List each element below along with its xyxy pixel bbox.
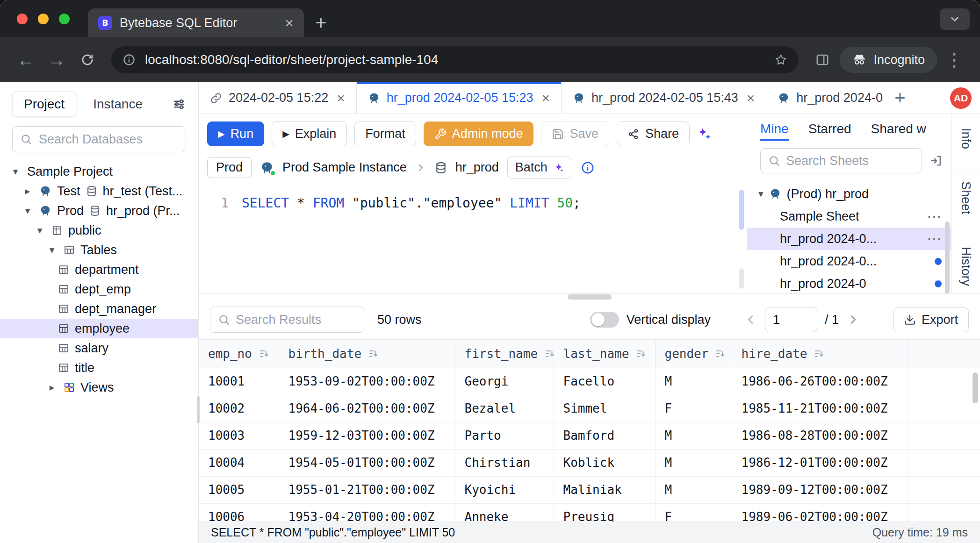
tree-item-views-group[interactable]: ▸ Views xyxy=(0,378,198,397)
admin-mode-button[interactable]: Admin mode xyxy=(424,121,534,146)
column-header[interactable]: emp_no xyxy=(199,340,279,368)
editor-tab-active[interactable]: hr_prod 2024-02-05 15:23 × xyxy=(357,82,562,114)
sql-editor[interactable]: 1 SELECT * FROM "public"."employee" LIMI… xyxy=(199,186,747,293)
column-header[interactable]: hire_date xyxy=(732,340,908,368)
table-cell[interactable]: Chirstian xyxy=(455,449,554,476)
instance-name[interactable]: Prod Sample Instance xyxy=(282,160,407,175)
tree-item-table[interactable]: dept_emp xyxy=(0,279,198,299)
tree-item-table[interactable]: title xyxy=(0,358,198,378)
sort-icon[interactable] xyxy=(544,348,555,359)
sort-icon[interactable] xyxy=(635,348,647,359)
column-header[interactable]: last_name xyxy=(554,340,655,368)
table-cell[interactable]: 1955-01-21T00:00:00Z xyxy=(279,476,455,503)
editor-tab[interactable]: hr_prod 2024-0 xyxy=(766,82,886,114)
sheet-item-selected[interactable]: hr_prod 2024-0... ⋯ xyxy=(747,228,951,250)
table-row[interactable]: 100011953-09-02T00:00:00ZGeorgiFacelloM1… xyxy=(199,368,980,395)
table-cell[interactable]: 1954-05-01T00:00:00Z xyxy=(279,449,455,476)
table-cell[interactable]: Georgi xyxy=(455,368,554,395)
tree-item-prod-instance[interactable]: ▾ Prod hr_prod (Pr... xyxy=(0,201,198,221)
table-cell[interactable]: 1959-12-03T00:00:00Z xyxy=(279,422,455,449)
tree-item-table[interactable]: salary xyxy=(0,338,198,358)
table-cell[interactable]: 1989-09-12T00:00:00Z xyxy=(732,476,908,503)
sheet-item[interactable]: hr_prod 2024-0 xyxy=(747,272,951,293)
sheet-group[interactable]: ▾ (Prod) hr_prod xyxy=(747,183,951,205)
table-cell[interactable]: 10005 xyxy=(199,476,279,503)
export-button[interactable]: Export xyxy=(893,307,969,332)
table-cell[interactable]: F xyxy=(655,395,732,422)
table-cell[interactable]: 10002 xyxy=(199,395,279,422)
forward-button[interactable]: → xyxy=(43,46,70,73)
new-tab-button[interactable]: + xyxy=(315,13,327,33)
environment-badge[interactable]: Prod xyxy=(207,157,252,178)
chevron-right-icon[interactable] xyxy=(846,313,860,327)
results-search[interactable] xyxy=(210,307,365,333)
more-actions-icon[interactable]: ⋯ xyxy=(927,231,942,246)
tree-item-tables-group[interactable]: ▾ Tables xyxy=(0,240,198,260)
avatar[interactable]: AD xyxy=(950,87,972,109)
table-cell[interactable]: Anneke xyxy=(455,503,554,522)
table-cell[interactable]: Preusig xyxy=(554,503,655,522)
site-info-icon[interactable] xyxy=(122,53,136,66)
tree-item-table[interactable]: dept_manager xyxy=(0,299,198,319)
column-header[interactable]: first_name xyxy=(455,340,554,368)
table-cell[interactable]: 1964-06-02T00:00:00Z xyxy=(279,395,455,422)
search-databases-input[interactable] xyxy=(39,132,178,147)
sort-icon[interactable] xyxy=(715,348,726,359)
table-cell[interactable]: 10004 xyxy=(199,449,279,476)
tab-mine[interactable]: Mine xyxy=(760,121,789,141)
table-cell[interactable]: Simmel xyxy=(554,395,655,422)
tab-search-button[interactable] xyxy=(940,8,970,30)
table-cell[interactable]: 10001 xyxy=(199,368,279,395)
table-cell[interactable]: F xyxy=(655,503,732,522)
table-cell[interactable]: M xyxy=(655,449,732,476)
bookmark-star-icon[interactable] xyxy=(774,53,787,66)
table-cell[interactable]: 1953-09-02T00:00:00Z xyxy=(279,368,455,395)
table-row[interactable]: 100051955-01-21T00:00:00ZKyoichiMaliniak… xyxy=(199,476,980,503)
table-row[interactable]: 100061953-04-20T00:00:00ZAnnekePreusigF1… xyxy=(199,503,980,522)
chevron-left-icon[interactable] xyxy=(743,313,757,327)
table-cell[interactable]: Parto xyxy=(455,422,554,449)
chevron-down-icon[interactable]: ▾ xyxy=(22,205,34,216)
sheet-search[interactable] xyxy=(760,148,922,173)
table-row[interactable]: 100041954-05-01T00:00:00ZChirstianKoblic… xyxy=(199,449,980,476)
tab-project[interactable]: Project xyxy=(12,92,76,117)
sort-icon[interactable] xyxy=(368,348,379,359)
url-text[interactable]: localhost:8080/sql-editor/sheet/project-… xyxy=(145,52,765,67)
database-name[interactable]: hr_prod xyxy=(455,160,499,175)
reload-button[interactable] xyxy=(74,46,101,73)
minimize-window-button[interactable] xyxy=(38,14,49,24)
table-cell[interactable]: 10006 xyxy=(199,503,279,522)
column-header[interactable]: birth_date xyxy=(279,340,455,368)
table-cell[interactable]: 1986-06-26T00:00:00Z xyxy=(732,368,908,395)
chevron-down-icon[interactable]: ▾ xyxy=(46,244,58,256)
tree-item-table[interactable]: department xyxy=(0,260,198,279)
table-cell[interactable]: Facello xyxy=(554,368,655,395)
ai-sparkles-icon[interactable] xyxy=(697,127,712,142)
table-cell[interactable]: Bamford xyxy=(554,422,655,449)
page-input[interactable] xyxy=(773,313,809,327)
filter-settings-button[interactable] xyxy=(172,97,186,111)
url-bar[interactable]: localhost:8080/sql-editor/sheet/project-… xyxy=(111,46,799,73)
chevron-down-icon[interactable]: ▾ xyxy=(9,166,22,177)
editor-scrollbar-thumb[interactable] xyxy=(739,268,744,289)
sheet-item[interactable]: Sample Sheet ⋯ xyxy=(747,205,951,228)
sort-icon[interactable] xyxy=(814,348,825,359)
table-cell[interactable]: Koblick xyxy=(554,449,655,476)
sheet-item[interactable]: hr_prod 2024-0... xyxy=(747,250,951,272)
run-button[interactable]: ▶ Run xyxy=(207,121,264,146)
table-cell[interactable]: M xyxy=(655,476,732,503)
close-window-button[interactable] xyxy=(17,14,28,24)
table-cell[interactable]: 10003 xyxy=(199,422,279,449)
tab-history[interactable]: History xyxy=(951,247,980,286)
tree-item-test-instance[interactable]: ▸ Test hr_test (Test... xyxy=(0,181,198,201)
table-row[interactable]: 100031959-12-03T00:00:00ZPartoBamfordM19… xyxy=(199,422,980,449)
close-icon[interactable]: × xyxy=(541,91,550,105)
table-cell[interactable]: M xyxy=(655,368,732,395)
batch-button[interactable]: Batch xyxy=(507,157,572,179)
table-cell[interactable]: Maliniak xyxy=(554,476,655,503)
tree-item-table-selected[interactable]: employee xyxy=(0,319,198,338)
save-button[interactable]: Save xyxy=(541,121,609,146)
maximize-window-button[interactable] xyxy=(59,14,70,24)
vertical-display-toggle[interactable] xyxy=(590,312,619,328)
chevron-right-icon[interactable]: ▸ xyxy=(22,186,34,197)
